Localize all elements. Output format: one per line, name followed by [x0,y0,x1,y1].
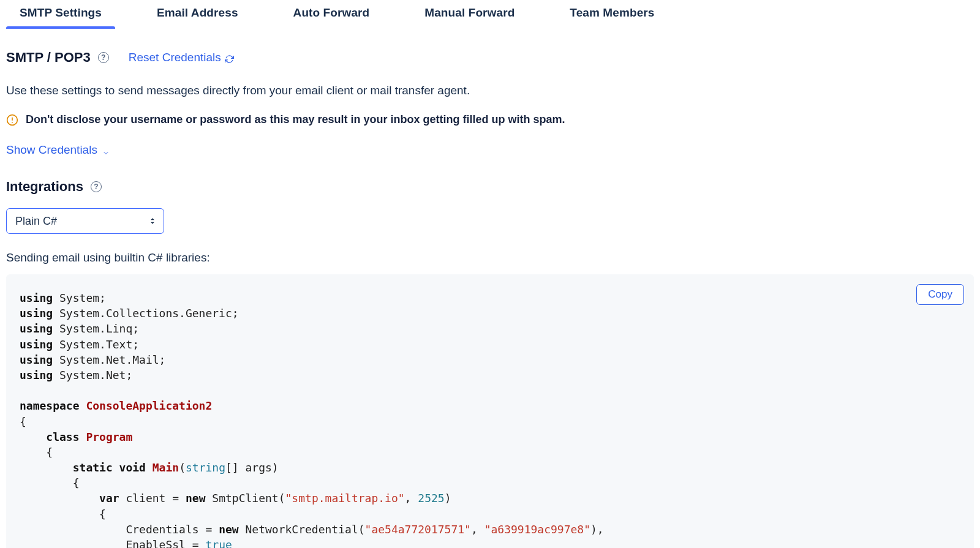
help-icon[interactable]: ? [98,52,109,63]
warning-row: Don't disclose your username or password… [6,113,974,126]
tab-smtp-settings[interactable]: SMTP Settings [6,5,115,28]
refresh-icon [225,53,234,62]
svg-point-2 [12,122,13,123]
code-content: using System; using System.Collections.G… [20,290,960,548]
show-credentials-label: Show Credentials [6,143,97,157]
settings-tabs: SMTP Settings Email Address Auto Forward… [6,0,974,29]
copy-button[interactable]: Copy [916,284,964,305]
warning-icon [6,114,18,126]
help-icon[interactable]: ? [91,181,102,192]
warning-text: Don't disclose your username or password… [26,113,565,126]
integration-select-wrap: Plain C# [6,208,164,234]
integrations-title: Integrations [6,179,83,195]
tab-manual-forward[interactable]: Manual Forward [411,5,528,28]
code-description: Sending email using builtin C# libraries… [6,251,974,265]
integration-select[interactable]: Plain C# [6,208,164,234]
tab-email-address[interactable]: Email Address [143,5,252,28]
chevron-down-icon [102,146,110,154]
integrations-heading-row: Integrations ? [6,179,974,195]
smtp-heading-row: SMTP / POP3 ? Reset Credentials [6,50,974,66]
smtp-description: Use these settings to send messages dire… [6,84,974,97]
reset-credentials-label: Reset Credentials [129,51,221,64]
reset-credentials-link[interactable]: Reset Credentials [129,51,234,64]
code-block: Copy using System; using System.Collecti… [6,274,974,548]
tab-auto-forward[interactable]: Auto Forward [280,5,383,28]
show-credentials-toggle[interactable]: Show Credentials [6,143,110,157]
tab-team-members[interactable]: Team Members [556,5,668,28]
smtp-title: SMTP / POP3 [6,50,91,66]
